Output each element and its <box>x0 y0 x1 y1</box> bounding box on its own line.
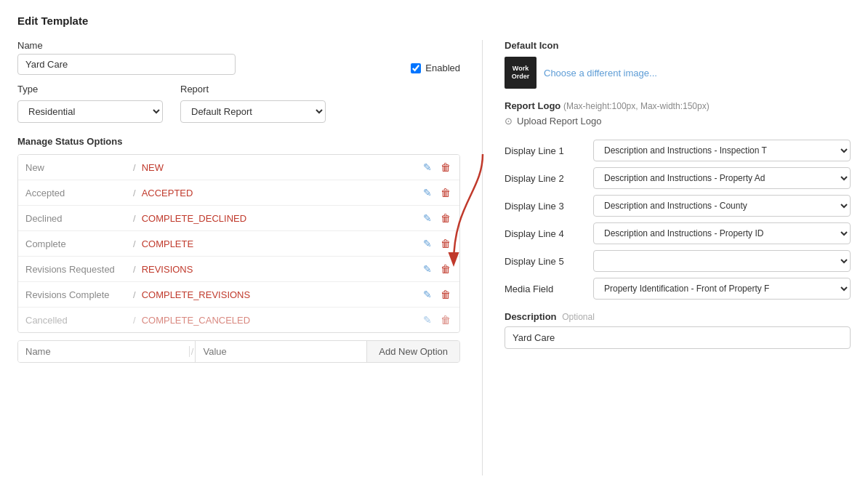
page-title: Edit Template <box>17 15 851 27</box>
manage-status-label: Manage Status Options <box>17 136 460 147</box>
display-line-5-select[interactable] <box>593 250 851 272</box>
description-optional-label: Optional <box>562 312 595 322</box>
display-lines-section: Display Line 1 Description and Instructi… <box>505 140 851 300</box>
delete-button[interactable]: 🗑 <box>439 262 452 276</box>
choose-image-link[interactable]: Choose a different image... <box>544 68 657 79</box>
display-line-row: Display Line 5 <box>505 250 851 272</box>
status-actions: ✎ 🗑 <box>422 236 452 251</box>
display-line-row: Display Line 4 Description and Instructi… <box>505 222 851 244</box>
type-group: Type Residential Commercial Other <box>17 84 163 123</box>
status-row: Declined / COMPLETE_DECLINED ✎ 🗑 <box>18 206 459 231</box>
add-new-option-button[interactable]: Add New Option <box>366 341 459 362</box>
report-logo-section: Report Logo (Max-height:100px, Max-width… <box>505 100 851 126</box>
delete-button[interactable]: 🗑 <box>439 313 452 327</box>
status-value: COMPLETE <box>142 238 422 249</box>
media-field-row: Media Field Property Identification - Fr… <box>505 278 851 300</box>
report-logo-label: Report Logo (Max-height:100px, Max-width… <box>505 100 851 111</box>
status-row: Revisions Requested / REVISIONS ✎ 🗑 <box>18 257 459 282</box>
type-select[interactable]: Residential Commercial Other <box>17 100 163 123</box>
status-row: New / NEW ✎ 🗑 <box>18 155 459 180</box>
enabled-checkbox[interactable] <box>411 63 421 73</box>
upload-icon: ⊙ <box>505 116 513 126</box>
report-select[interactable]: Default Report Custom Report <box>180 100 326 123</box>
icon-row: WorkOrder Choose a different image... <box>505 57 851 89</box>
edit-button[interactable]: ✎ <box>422 262 433 276</box>
report-label: Report <box>180 84 326 95</box>
status-name: New <box>25 162 127 173</box>
add-option-name-input[interactable] <box>18 341 189 362</box>
description-input[interactable] <box>505 326 851 349</box>
delete-button[interactable]: 🗑 <box>439 236 452 251</box>
right-panel: Default Icon WorkOrder Choose a differen… <box>483 40 851 475</box>
type-label: Type <box>17 84 163 95</box>
enabled-row: Enabled <box>411 63 460 73</box>
edit-button[interactable]: ✎ <box>422 287 433 302</box>
left-panel: Name Enabled Type Residential Commercial… <box>17 40 483 475</box>
status-value: NEW <box>142 162 422 173</box>
display-line-4-select[interactable]: Description and Instructions - Property … <box>593 222 851 244</box>
status-value: COMPLETE_DECLINED <box>142 213 422 224</box>
status-name: Declined <box>25 213 127 224</box>
display-line-3-select[interactable]: Description and Instructions - County <box>593 195 851 217</box>
status-name: Accepted <box>25 188 127 198</box>
delete-button[interactable]: 🗑 <box>439 160 452 174</box>
display-line-1-select[interactable]: Description and Instructions - Inspectio… <box>593 140 851 161</box>
display-line-4-label: Display Line 4 <box>505 228 584 239</box>
display-line-row: Display Line 2 Description and Instructi… <box>505 167 851 189</box>
status-value: ACCEPTED <box>142 188 422 198</box>
status-row: Accepted / ACCEPTED ✎ 🗑 <box>18 180 459 206</box>
report-group: Report Default Report Custom Report <box>180 84 326 123</box>
display-line-2-label: Display Line 2 <box>505 173 584 184</box>
name-label: Name <box>17 40 393 51</box>
status-actions: ✎ 🗑 <box>422 313 452 327</box>
display-line-row: Display Line 1 Description and Instructi… <box>505 140 851 161</box>
display-line-row: Display Line 3 Description and Instructi… <box>505 195 851 217</box>
status-actions: ✎ 🗑 <box>422 185 452 200</box>
status-actions: ✎ 🗑 <box>422 211 452 225</box>
description-label: Description Optional <box>505 311 851 322</box>
status-actions: ✎ 🗑 <box>422 160 452 174</box>
report-logo-sublabel: (Max-height:100px, Max-width:150px) <box>563 101 710 111</box>
add-option-row: / Add New Option <box>17 340 460 363</box>
status-row: Complete / COMPLETE ✎ 🗑 <box>18 231 459 257</box>
status-value: COMPLETE_CANCELED <box>142 315 422 326</box>
status-row: Revisions Complete / COMPLETE_REVISIONS … <box>18 282 459 308</box>
description-section: Description Optional <box>505 311 851 349</box>
media-field-label: Media Field <box>505 284 584 294</box>
edit-button[interactable]: ✎ <box>422 236 433 251</box>
default-icon-section: Default Icon WorkOrder Choose a differen… <box>505 40 851 89</box>
default-icon-label: Default Icon <box>505 40 851 51</box>
name-field-group: Name <box>17 40 393 75</box>
add-option-value-input[interactable] <box>195 341 366 362</box>
edit-button[interactable]: ✎ <box>422 160 433 174</box>
enabled-label: Enabled <box>425 63 460 73</box>
work-order-icon: WorkOrder <box>505 57 537 89</box>
delete-button[interactable]: 🗑 <box>439 211 452 225</box>
status-name: Revisions Complete <box>25 289 127 300</box>
upload-logo-label[interactable]: Upload Report Logo <box>517 116 601 126</box>
status-actions: ✎ 🗑 <box>422 262 452 276</box>
display-line-5-label: Display Line 5 <box>505 256 584 267</box>
status-name: Complete <box>25 238 127 249</box>
status-row: Cancelled / COMPLETE_CANCELED ✎ 🗑 <box>18 308 459 332</box>
status-name: Cancelled <box>25 315 127 326</box>
status-value: COMPLETE_REVISIONS <box>142 289 422 300</box>
display-line-2-select[interactable]: Description and Instructions - Property … <box>593 167 851 189</box>
edit-button[interactable]: ✎ <box>422 313 433 327</box>
display-line-1-label: Display Line 1 <box>505 145 584 156</box>
delete-button[interactable]: 🗑 <box>439 185 452 200</box>
edit-button[interactable]: ✎ <box>422 211 433 225</box>
upload-logo-row: ⊙ Upload Report Logo <box>505 116 851 126</box>
delete-button[interactable]: 🗑 <box>439 287 452 302</box>
name-input[interactable] <box>17 54 236 75</box>
edit-button[interactable]: ✎ <box>422 185 433 200</box>
status-table-container[interactable]: New / NEW ✎ 🗑 Accepted / ACCEPTED ✎ <box>17 154 460 333</box>
status-name: Revisions Requested <box>25 264 127 275</box>
media-field-select[interactable]: Property Identification - Front of Prope… <box>593 278 851 300</box>
status-actions: ✎ 🗑 <box>422 287 452 302</box>
status-value: REVISIONS <box>142 264 422 275</box>
display-line-3-label: Display Line 3 <box>505 201 584 212</box>
type-report-row: Type Residential Commercial Other Report… <box>17 84 460 123</box>
status-table-wrapper: New / NEW ✎ 🗑 Accepted / ACCEPTED ✎ <box>17 154 460 333</box>
